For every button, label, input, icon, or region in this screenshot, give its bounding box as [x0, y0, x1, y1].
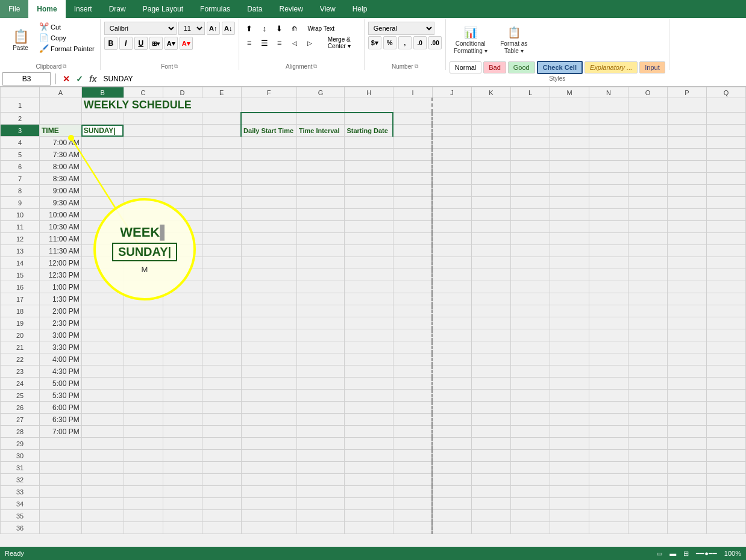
cell-col12-row26[interactable]	[510, 402, 550, 414]
cell-col10-row28[interactable]	[432, 426, 471, 438]
cell-col14-row6[interactable]	[589, 161, 628, 173]
cell-col17-row17[interactable]	[706, 293, 745, 305]
cell-col5-row5[interactable]	[202, 149, 241, 161]
cell-N1[interactable]	[589, 98, 628, 113]
cell-col9-row16[interactable]	[393, 281, 432, 293]
row-header-22[interactable]: 22	[1, 353, 40, 366]
cell-col7-row11[interactable]	[296, 221, 345, 233]
cell-col9-row14[interactable]	[393, 257, 432, 269]
row-header-34[interactable]: 34	[1, 498, 40, 510]
cell-col15-row30[interactable]	[628, 450, 667, 462]
cell-col8-row29[interactable]	[345, 438, 393, 450]
cell-col14-row32[interactable]	[589, 474, 628, 486]
cell-col4-row15[interactable]	[163, 269, 202, 281]
cell-col8-row8[interactable]	[345, 185, 393, 197]
cell-col15-row27[interactable]	[628, 414, 667, 426]
cell-col4-row27[interactable]	[163, 414, 202, 426]
cell-col14-row15[interactable]	[589, 269, 628, 281]
cell-A10-time[interactable]: 10:00 AM	[40, 209, 82, 221]
cell-col14-row14[interactable]	[589, 257, 628, 269]
cell-E2[interactable]	[202, 113, 241, 125]
number-expand[interactable]: ⧉	[415, 63, 418, 70]
cell-col12-row29[interactable]	[510, 438, 550, 450]
font-color-button[interactable]: A▾	[180, 37, 193, 50]
cell-J3[interactable]	[432, 125, 471, 137]
cell-col6-row4[interactable]	[241, 137, 296, 149]
col-header-A[interactable]: A	[40, 87, 82, 98]
cell-col4-row9[interactable]	[163, 197, 202, 209]
cell-col10-row25[interactable]	[432, 390, 471, 402]
cell-col7-row7[interactable]	[296, 173, 345, 185]
row-header-25[interactable]: 25	[1, 390, 40, 402]
cell-col6-row33[interactable]	[241, 486, 296, 498]
cell-col12-row8[interactable]	[510, 185, 550, 197]
cell-col8-row11[interactable]	[345, 221, 393, 233]
cell-col13-row14[interactable]	[550, 257, 589, 269]
row-header-15[interactable]: 15	[1, 269, 40, 281]
cell-col9-row34[interactable]	[393, 498, 432, 510]
cell-col4-row35[interactable]	[163, 510, 202, 522]
cell-col8-row30[interactable]	[345, 450, 393, 462]
cell-col4-row5[interactable]	[163, 149, 202, 161]
row-header-24[interactable]: 24	[1, 378, 40, 390]
cell-F3-daily-start[interactable]: Daily Start Time	[241, 125, 296, 137]
cell-col6-row22[interactable]	[241, 353, 296, 366]
row-header-6[interactable]: 6	[1, 161, 40, 173]
cell-col15-row29[interactable]	[628, 438, 667, 450]
style-normal[interactable]: Normal	[450, 61, 481, 73]
cell-col4-row11[interactable]	[163, 221, 202, 233]
cell-col16-row24[interactable]	[667, 378, 706, 390]
cell-col2-row31[interactable]	[81, 462, 124, 474]
cell-col9-row27[interactable]	[393, 414, 432, 426]
cell-col13-row30[interactable]	[550, 450, 589, 462]
cell-col2-row34[interactable]	[81, 498, 124, 510]
cell-col2-row18[interactable]	[81, 305, 124, 317]
cell-col9-row23[interactable]	[393, 366, 432, 378]
cell-col11-row10[interactable]	[471, 209, 510, 221]
align-middle-button[interactable]: ↕	[258, 22, 271, 35]
cell-A14-time[interactable]: 12:00 PM	[40, 257, 82, 269]
cell-col3-row34[interactable]	[124, 498, 163, 510]
cell-col7-row24[interactable]	[296, 378, 345, 390]
cell-col4-row16[interactable]	[163, 281, 202, 293]
cell-col16-row8[interactable]	[667, 185, 706, 197]
cell-col15-row6[interactable]	[628, 161, 667, 173]
row-header-17[interactable]: 17	[1, 293, 40, 305]
cell-col15-row12[interactable]	[628, 233, 667, 245]
cell-col7-row4[interactable]	[296, 137, 345, 149]
cell-col11-row11[interactable]	[471, 221, 510, 233]
alignment-expand[interactable]: ⧉	[313, 63, 317, 70]
cell-col11-row33[interactable]	[471, 486, 510, 498]
cell-col16-row4[interactable]	[667, 137, 706, 149]
cell-col15-row8[interactable]	[628, 185, 667, 197]
cell-col5-row19[interactable]	[202, 317, 241, 329]
cell-col16-row23[interactable]	[667, 366, 706, 378]
cell-col7-row20[interactable]	[296, 329, 345, 341]
cell-col12-row20[interactable]	[510, 329, 550, 341]
cell-col1-row34[interactable]	[40, 498, 82, 510]
cell-col4-row23[interactable]	[163, 366, 202, 378]
cell-col14-row8[interactable]	[589, 185, 628, 197]
cell-col5-row11[interactable]	[202, 221, 241, 233]
cell-col14-row20[interactable]	[589, 329, 628, 341]
cell-col17-row23[interactable]	[706, 366, 745, 378]
cell-col16-row12[interactable]	[667, 233, 706, 245]
cell-col12-row10[interactable]	[510, 209, 550, 221]
col-header-P[interactable]: P	[667, 87, 706, 98]
cell-col11-row29[interactable]	[471, 438, 510, 450]
cell-col6-row23[interactable]	[241, 366, 296, 378]
cell-col2-row21[interactable]	[81, 341, 124, 353]
cell-col9-row19[interactable]	[393, 317, 432, 329]
cell-col7-row5[interactable]	[296, 149, 345, 161]
cell-col12-row30[interactable]	[510, 450, 550, 462]
cell-col6-row20[interactable]	[241, 329, 296, 341]
cell-col13-row9[interactable]	[550, 197, 589, 209]
cell-col6-row31[interactable]	[241, 462, 296, 474]
cell-col17-row34[interactable]	[706, 498, 745, 510]
align-right-button[interactable]: ≡	[273, 36, 286, 49]
cell-col17-row13[interactable]	[706, 245, 745, 257]
cell-col16-row22[interactable]	[667, 353, 706, 366]
cell-K1[interactable]	[471, 98, 510, 113]
cell-col14-row21[interactable]	[589, 341, 628, 353]
cell-col11-row19[interactable]	[471, 317, 510, 329]
